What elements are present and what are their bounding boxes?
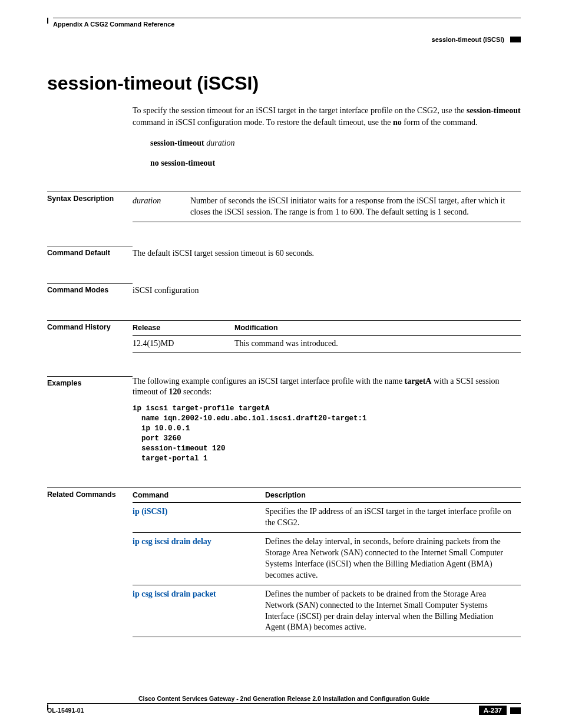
related-commands-section: Related Commands Command Description ip … — [47, 487, 521, 638]
footer-endcap-icon — [510, 707, 521, 714]
related-desc: Defines the delay interval, in seconds, … — [265, 533, 521, 585]
command-default-section: Command Default The default iSCSI target… — [47, 246, 521, 259]
header-rule — [53, 18, 521, 18]
section-label: Examples — [47, 376, 133, 464]
page-title: session-timeout (iSCSI) — [47, 73, 521, 94]
related-table: Command Description ip (iSCSI) Specifies… — [133, 487, 521, 638]
syntax-desc: Number of seconds the iSCSI initiator wa… — [190, 192, 521, 222]
table-row: ip (iSCSI) Specifies the IP address of a… — [133, 503, 521, 533]
document-id: OL-15491-01 — [47, 707, 84, 714]
related-desc: Specifies the IP address of an iSCSI tar… — [265, 503, 521, 533]
table-row: duration Number of seconds the iSCSI ini… — [133, 192, 521, 222]
section-label: Related Commands — [47, 487, 133, 638]
table-row: 12.4(15)MD This command was introduced. — [133, 335, 521, 352]
document-page: Appendix A CSG2 Command Reference sessio… — [0, 0, 562, 728]
table-row: ip csg iscsi drain delay Defines the del… — [133, 533, 521, 585]
running-header: Appendix A CSG2 Command Reference — [53, 21, 521, 28]
example-paragraph: The following example configures an iSCS… — [133, 376, 521, 398]
topic-title: session-timeout (iSCSI) — [432, 36, 504, 43]
page-footer: Cisco Content Services Gateway - 2nd Gen… — [47, 695, 521, 715]
syntax-table: duration Number of seconds the iSCSI ini… — [133, 192, 521, 222]
example-code: ip iscsi target-profile targetA name iqn… — [133, 404, 521, 463]
command-history-section: Command History Release Modification 12.… — [47, 320, 521, 353]
table-row: ip csg iscsi drain packet Defines the nu… — [133, 585, 521, 637]
appendix-label: Appendix A CSG2 Command Reference — [53, 21, 174, 28]
header-endcap-icon — [510, 37, 521, 42]
col-description: Description — [265, 487, 521, 503]
syntax-usage-1: session-timeout duration — [150, 139, 521, 148]
related-command-link[interactable]: ip csg iscsi drain packet — [133, 589, 216, 598]
related-desc: Defines the number of packets to be drai… — [265, 585, 521, 637]
examples-section: Examples The following example configure… — [47, 376, 521, 464]
page-number: A-237 — [479, 706, 507, 715]
command-modes-section: Command Modes iSCSI configuration — [47, 283, 521, 297]
default-text: The default iSCSI target session timeout… — [133, 246, 521, 259]
topic-header: session-timeout (iSCSI) — [47, 36, 521, 43]
section-label: Command Modes — [47, 283, 133, 297]
modes-text: iSCSI configuration — [133, 283, 521, 297]
footer-guide-title: Cisco Content Services Gateway - 2nd Gen… — [47, 695, 521, 704]
modification-cell: This command was introduced. — [234, 335, 521, 352]
col-modification: Modification — [234, 320, 521, 335]
release-cell: 12.4(15)MD — [133, 335, 234, 352]
syntax-arg: duration — [133, 192, 190, 222]
section-label: Syntax Description — [47, 192, 133, 222]
related-command-link[interactable]: ip csg iscsi drain delay — [133, 537, 211, 546]
section-label: Command Default — [47, 246, 133, 259]
section-label: Command History — [47, 320, 133, 353]
intro-paragraph: To specify the session timeout for an iS… — [133, 105, 521, 128]
intro-block: To specify the session timeout for an iS… — [133, 105, 521, 168]
history-table: Release Modification 12.4(15)MD This com… — [133, 320, 521, 353]
related-command-link[interactable]: ip (iSCSI) — [133, 507, 168, 516]
corner-tick — [47, 18, 48, 24]
col-command: Command — [133, 487, 265, 503]
syntax-description-section: Syntax Description duration Number of se… — [47, 192, 521, 222]
table-header-row: Command Description — [133, 487, 521, 503]
col-release: Release — [133, 320, 234, 335]
table-header-row: Release Modification — [133, 320, 521, 335]
syntax-usage-2: no session-timeout — [150, 159, 521, 168]
corner-tick — [47, 704, 48, 710]
